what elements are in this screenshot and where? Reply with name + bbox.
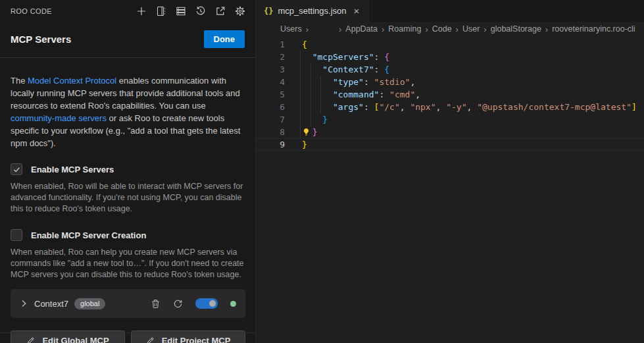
code-lines: 1{2 "mcpServers": {3 "Context7": {4 "typ… xyxy=(256,38,644,151)
code-line-6[interactable]: 6 "args": ["/c", "npx", "-y", "@upstash/… xyxy=(256,101,644,113)
restart-icon[interactable] xyxy=(173,299,183,309)
panel-topbar: ROO CODE xyxy=(0,0,255,22)
enable-mcp-creation-checkbox[interactable] xyxy=(11,229,22,241)
breadcrumb-separator: › xyxy=(306,24,309,34)
line-number: 4 xyxy=(256,76,285,88)
code-token: "cmd" xyxy=(389,88,415,101)
line-content: "command": "cmd", xyxy=(285,88,420,101)
line-content: } xyxy=(285,113,328,126)
code-line-5[interactable]: 5 "command": "cmd", xyxy=(256,88,644,101)
breadcrumb-segment[interactable]: User xyxy=(462,24,480,34)
code-token: : xyxy=(374,63,385,76)
breadcrumb: Users››AppData›Roaming›Code›User›globalS… xyxy=(256,22,644,36)
server-status-dot xyxy=(230,301,236,307)
enable-mcp-creation-setting: Enable MCP Server Creation When enabled,… xyxy=(11,229,245,280)
code-line-1[interactable]: 1{ xyxy=(256,38,644,51)
intro-paragraph: The Model Context Protocol enables commu… xyxy=(11,74,245,149)
code-token: "npx" xyxy=(410,101,435,113)
line-content: } xyxy=(285,138,307,151)
code-line-9[interactable]: 9} xyxy=(256,138,644,151)
mcp-panel: ROO CODE xyxy=(0,0,256,343)
model-context-protocol-link[interactable]: Model Context Protocol xyxy=(28,76,116,86)
done-button[interactable]: Done xyxy=(204,30,245,48)
editor-pane: {} mcp_settings.json × Users››AppData›Ro… xyxy=(256,0,644,343)
line-content: "args": ["/c", "npx", "-y", "@upstash/co… xyxy=(285,101,637,113)
enable-mcp-servers-description: When enabled, Roo will be able to intera… xyxy=(11,181,245,215)
code-line-7[interactable]: 7 } xyxy=(256,113,644,126)
chevron-right-icon[interactable] xyxy=(18,298,29,309)
code-token xyxy=(302,51,312,63)
lightbulb-icon xyxy=(302,128,310,136)
code-token: { xyxy=(384,63,389,76)
code-token: , xyxy=(400,101,410,113)
line-number: 3 xyxy=(256,63,285,76)
code-token xyxy=(302,88,333,101)
enable-mcp-servers-checkbox[interactable] xyxy=(11,163,22,175)
breadcrumb-separator: › xyxy=(456,24,458,34)
server-stack-icon[interactable] xyxy=(174,4,188,18)
code-token: ] xyxy=(632,101,637,113)
plus-icon[interactable] xyxy=(134,4,149,18)
tab-mcp-settings[interactable]: {} mcp_settings.json × xyxy=(256,0,369,22)
breadcrumb-separator: › xyxy=(545,24,548,34)
line-content: { xyxy=(285,38,307,51)
line-number: 5 xyxy=(256,88,285,101)
breadcrumb-segment[interactable]: Code xyxy=(432,24,452,34)
breadcrumb-segment[interactable]: Roaming xyxy=(388,24,421,34)
page-title: MCP Servers xyxy=(11,34,71,45)
breadcrumb-separator: › xyxy=(339,24,341,34)
extension-title: ROO CODE xyxy=(11,7,52,15)
code-token: , xyxy=(410,76,415,88)
code-editor[interactable]: 1{2 "mcpServers": {3 "Context7": {4 "typ… xyxy=(256,36,644,343)
indent-guide xyxy=(310,63,311,126)
code-token: "command" xyxy=(333,88,379,101)
server-enabled-toggle[interactable] xyxy=(195,298,218,309)
panel-bottom-divider xyxy=(0,332,255,333)
json-file-icon: {} xyxy=(264,7,273,16)
code-line-2[interactable]: 2 "mcpServers": { xyxy=(256,51,644,63)
enable-mcp-creation-description: When enabled, Roo can help you create ne… xyxy=(11,247,245,280)
edit-project-mcp-label: Edit Project MCP xyxy=(162,336,231,343)
breadcrumb-segment[interactable]: Users xyxy=(280,24,302,34)
code-token: , xyxy=(467,101,478,113)
code-token: , xyxy=(415,88,420,101)
code-token xyxy=(302,76,333,88)
popout-icon[interactable] xyxy=(213,4,228,18)
code-token xyxy=(302,63,322,76)
line-content: "type": "stdio", xyxy=(285,76,415,88)
tab-filename: mcp_settings.json xyxy=(278,6,346,16)
code-token: "type" xyxy=(333,76,364,88)
trash-icon[interactable] xyxy=(151,299,161,309)
breadcrumb-segment[interactable]: globalStorage xyxy=(491,24,541,34)
code-line-4[interactable]: 4 "type": "stdio", xyxy=(256,76,644,88)
code-line-3[interactable]: 3 "Context7": { xyxy=(256,63,644,76)
server-row-context7[interactable]: Context7 global xyxy=(11,289,245,318)
code-token: "stdio" xyxy=(374,76,410,88)
line-number: 1 xyxy=(256,38,285,51)
code-token: } xyxy=(312,126,318,138)
code-token: : xyxy=(364,76,374,88)
enable-mcp-creation-row[interactable]: Enable MCP Server Creation xyxy=(11,229,245,241)
server-name: Context7 xyxy=(34,299,68,309)
breadcrumb-segment[interactable]: rooveterinaryinc.roo-cli xyxy=(552,24,635,34)
panel-header: MCP Servers Done xyxy=(0,22,255,57)
enable-mcp-creation-label[interactable]: Enable MCP Server Creation xyxy=(31,230,146,240)
enable-mcp-servers-setting: Enable MCP Servers When enabled, Roo wil… xyxy=(11,163,245,215)
close-icon[interactable]: × xyxy=(351,5,362,17)
community-made-servers-link[interactable]: community-made servers xyxy=(11,113,107,123)
gear-icon[interactable] xyxy=(233,4,247,18)
code-action-lightbulb[interactable] xyxy=(302,128,312,136)
history-icon[interactable] xyxy=(193,4,208,18)
enable-mcp-servers-label[interactable]: Enable MCP Servers xyxy=(31,165,114,174)
code-token: : xyxy=(364,101,374,113)
code-token: "/c" xyxy=(379,101,399,113)
notebook-icon[interactable] xyxy=(154,4,168,18)
line-number: 8 xyxy=(256,126,285,138)
breadcrumb-separator: › xyxy=(425,24,428,34)
roo-code-window: ROO CODE xyxy=(0,0,644,343)
code-token xyxy=(302,113,322,126)
breadcrumb-segment[interactable]: AppData xyxy=(345,24,378,34)
code-line-8[interactable]: 8} xyxy=(256,126,644,138)
enable-mcp-servers-row[interactable]: Enable MCP Servers xyxy=(11,163,245,175)
line-number: 9 xyxy=(256,138,285,151)
